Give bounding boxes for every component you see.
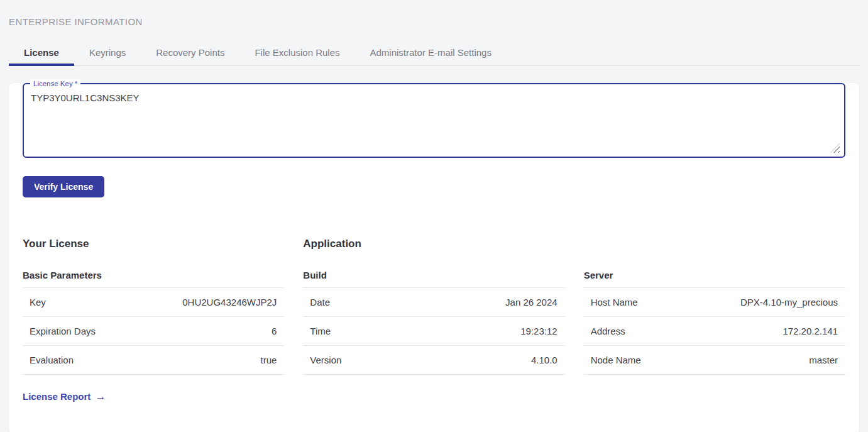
- row-value: true: [260, 355, 284, 365]
- tab-file-exclusion-rules[interactable]: File Exclusion Rules: [239, 40, 354, 65]
- table-row: Evaluation true: [23, 346, 284, 375]
- arrow-right-icon: →: [95, 392, 106, 401]
- license-key-field-label: License Key *: [30, 79, 80, 88]
- row-label: Address: [584, 326, 625, 336]
- build-subheading: Build: [303, 270, 564, 288]
- row-value: 19:23:12: [520, 326, 564, 336]
- table-row: Version 4.10.0: [303, 346, 564, 375]
- server-panel-heading-spacer: [584, 238, 845, 249]
- license-report-link-label: License Report: [23, 391, 91, 402]
- tab-bar: License Keyrings Recovery Points File Ex…: [9, 40, 859, 66]
- your-license-panel: Your License Basic Parameters Key 0HU2UG…: [23, 238, 284, 402]
- row-label: Expiration Days: [23, 326, 96, 336]
- verify-license-button[interactable]: Verify License: [23, 176, 104, 197]
- table-row: Key 0HU2UG43246WJP2J: [23, 288, 284, 317]
- table-row: Time 19:23:12: [303, 317, 564, 346]
- row-label: Evaluation: [23, 355, 74, 365]
- application-heading: Application: [303, 238, 564, 249]
- row-label: Node Name: [584, 355, 641, 365]
- application-server-panel: Server Host Name DPX-4.10-my_precious Ad…: [584, 238, 845, 402]
- row-label: Key: [23, 297, 46, 307]
- row-label: Version: [303, 355, 341, 365]
- row-label: Date: [303, 297, 330, 307]
- table-row: Expiration Days 6: [23, 317, 284, 346]
- license-report-link[interactable]: License Report →: [23, 391, 106, 402]
- server-subheading: Server: [584, 270, 845, 288]
- tab-license[interactable]: License: [9, 40, 74, 65]
- row-value: DPX-4.10-my_precious: [740, 297, 845, 307]
- license-key-input[interactable]: TYP3Y0URL1C3NS3KEY: [24, 84, 844, 157]
- table-row: Address 172.20.2.141: [584, 317, 845, 346]
- row-value: 6: [272, 326, 284, 336]
- table-row: Date Jan 26 2024: [303, 288, 564, 317]
- page-title: ENTERPRISE INFORMATION: [9, 0, 859, 27]
- tab-administrator-email-settings[interactable]: Administrator E-mail Settings: [355, 40, 507, 65]
- row-value: 4.10.0: [531, 355, 565, 365]
- row-value: Jan 26 2024: [505, 297, 565, 307]
- enterprise-information-page: ENTERPRISE INFORMATION License Keyrings …: [0, 0, 868, 432]
- row-value: 0HU2UG43246WJP2J: [182, 297, 284, 307]
- table-row: Node Name master: [584, 346, 845, 375]
- your-license-heading: Your License: [23, 238, 284, 249]
- license-key-field-outline: License Key * TYP3Y0URL1C3NS3KEY: [23, 83, 845, 158]
- license-card: License Key * TYP3Y0URL1C3NS3KEY Verify …: [9, 83, 859, 432]
- tab-keyrings[interactable]: Keyrings: [74, 40, 141, 65]
- row-label: Time: [303, 326, 331, 336]
- application-build-panel: Application Build Date Jan 26 2024 Time …: [303, 238, 564, 402]
- table-row: Host Name DPX-4.10-my_precious: [584, 288, 845, 317]
- info-panels: Your License Basic Parameters Key 0HU2UG…: [23, 238, 845, 402]
- row-value: master: [809, 355, 845, 365]
- row-value: 172.20.2.141: [783, 326, 845, 336]
- tab-recovery-points[interactable]: Recovery Points: [141, 40, 239, 65]
- basic-parameters-subheading: Basic Parameters: [23, 270, 284, 288]
- row-label: Host Name: [584, 297, 638, 307]
